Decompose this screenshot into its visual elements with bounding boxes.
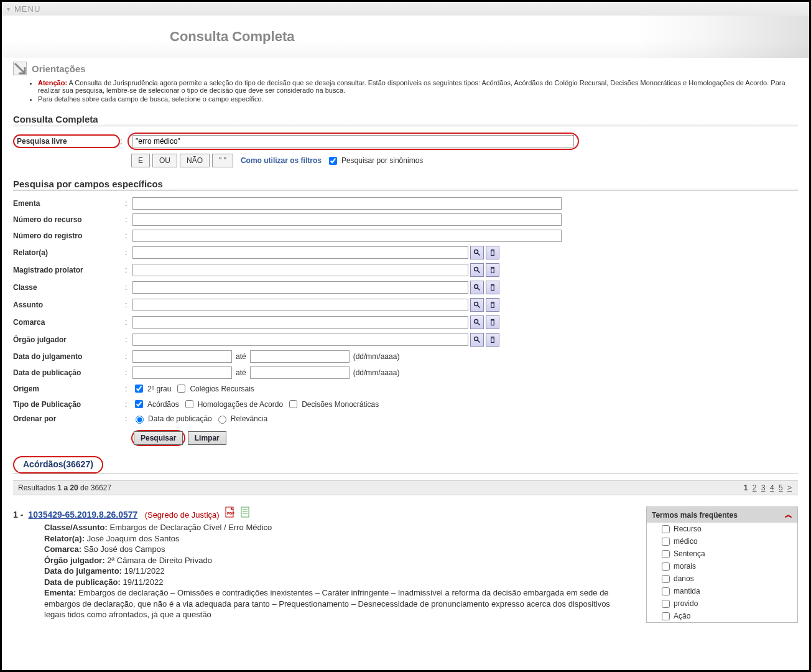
pesquisar-button[interactable]: Pesquisar (134, 431, 183, 445)
assunto-search-icon[interactable] (470, 298, 484, 312)
page-3[interactable]: 3 (761, 483, 766, 492)
magistrado-input[interactable] (132, 264, 468, 276)
dp-ate: até (236, 368, 246, 377)
top-menubar: ▾ MENU (2, 2, 809, 16)
page-next[interactable]: > (787, 483, 792, 492)
assunto-clear-icon[interactable] (486, 298, 499, 312)
classe-clear-icon[interactable] (486, 281, 499, 294)
tipo-homolog-checkbox[interactable] (185, 400, 193, 408)
term-item: médico (647, 535, 797, 548)
dj-to-input[interactable] (250, 350, 350, 363)
pesquisa-livre-input[interactable] (132, 135, 574, 147)
header: Consulta Completa (2, 16, 809, 58)
svg-rect-26 (241, 507, 249, 517)
magistrado-search-icon[interactable] (470, 263, 484, 277)
result-item: 1 - 1035429-65.2019.8.26.0577 (Segredo d… (13, 506, 630, 623)
collapse-icon[interactable]: ︽ (785, 510, 792, 520)
classe-label: Classe (13, 283, 125, 292)
op-aspas-button[interactable]: " " (212, 154, 233, 167)
sidebox-title: Termos mais freqüentes (652, 511, 738, 520)
orgao-clear-icon[interactable] (486, 333, 499, 347)
classe-input[interactable] (132, 281, 468, 294)
term-item: provido (647, 597, 797, 610)
relator-input[interactable] (132, 246, 468, 259)
svg-point-12 (475, 302, 478, 306)
orgao-julgador-input[interactable] (132, 334, 468, 346)
relator-clear-icon[interactable] (486, 246, 499, 259)
term-item: danos (647, 572, 797, 585)
tipo-monocrat-checkbox[interactable] (289, 400, 297, 408)
page-title: Consulta Completa (170, 29, 294, 45)
tipo-acordaos-checkbox[interactable] (135, 400, 143, 408)
svg-text:PDF: PDF (227, 511, 234, 515)
menu-arrow-icon: ▾ (7, 6, 11, 12)
dp-to-input[interactable] (250, 366, 350, 379)
numero-recurso-input[interactable] (132, 213, 562, 226)
comarca-input[interactable] (132, 316, 468, 329)
op-nao-button[interactable]: NÃO (180, 154, 210, 167)
page-4[interactable]: 4 (770, 483, 774, 492)
origem-2grau-checkbox[interactable] (135, 385, 143, 393)
term-checkbox[interactable] (662, 612, 670, 620)
pagination: 1 2 3 4 5 > (743, 483, 793, 492)
term-item: Recurso (647, 523, 797, 535)
orientacoes-heading: Orientações (32, 63, 86, 74)
relator-label: Relator(a) (13, 248, 125, 257)
op-e-button[interactable]: E (131, 154, 150, 167)
ordenar-relev-label: Relevância (231, 414, 267, 423)
ordenar-data-radio[interactable] (136, 416, 144, 424)
page-5[interactable]: 5 (779, 483, 783, 492)
page-1[interactable]: 1 (744, 483, 748, 492)
term-checkbox[interactable] (662, 525, 670, 533)
assunto-label: Assunto (13, 301, 125, 309)
tab-acordaos[interactable]: Acórdãos(36627) (18, 457, 98, 472)
comarca-search-icon[interactable] (470, 315, 484, 329)
page-2[interactable]: 2 (753, 483, 757, 492)
comarca-label: Comarca (13, 318, 125, 327)
term-checkbox[interactable] (662, 575, 670, 583)
ordenar-label: Ordenar por (13, 414, 125, 423)
term-checkbox[interactable] (662, 587, 670, 595)
case-number-link[interactable]: 1035429-65.2019.8.26.0577 (28, 510, 137, 520)
ordenar-relev-radio[interactable] (218, 416, 226, 424)
orgao-julgador-label: Órgão julgador (13, 335, 125, 344)
menu-label[interactable]: MENU (14, 4, 40, 14)
limpar-button[interactable]: Limpar (188, 431, 226, 445)
origem-colegios-checkbox[interactable] (177, 385, 185, 393)
numero-registro-input[interactable] (132, 230, 562, 242)
term-item: Ação (647, 610, 797, 622)
term-checkbox[interactable] (662, 550, 670, 558)
doc-icon[interactable] (241, 506, 251, 518)
term-checkbox[interactable] (662, 538, 670, 546)
filter-help-link[interactable]: Como utilizar os filtros (241, 156, 322, 165)
tipo-monocrat-label: Decisões Monocráticas (302, 400, 379, 409)
ordenar-data-label: Data de publicação (148, 414, 212, 423)
svg-line-5 (478, 271, 480, 273)
pdf-icon[interactable]: PDF (225, 506, 235, 518)
detail-text: Para detalhes sobre cada campo de busca,… (38, 95, 798, 103)
ementa-input[interactable] (132, 197, 562, 210)
numero-registro-label: Número do registro (13, 231, 125, 240)
origem-colegios-label: Colégios Recursais (190, 385, 254, 393)
term-item: morais (647, 560, 797, 572)
op-ou-button[interactable]: OU (152, 154, 177, 167)
synonym-checkbox[interactable] (329, 157, 337, 165)
expand-icon[interactable] (13, 62, 27, 75)
term-item: mantida (647, 585, 797, 597)
relator-search-icon[interactable] (470, 246, 484, 259)
term-checkbox[interactable] (662, 600, 670, 608)
tipo-publicacao-label: Tipo de Publicação (13, 400, 125, 409)
pesquisa-livre-label: Pesquisa livre (17, 137, 116, 146)
assunto-input[interactable] (132, 299, 468, 311)
classe-search-icon[interactable] (470, 281, 484, 294)
orgao-search-icon[interactable] (470, 333, 484, 347)
header-decoration (635, 16, 809, 58)
term-checkbox[interactable] (662, 562, 670, 571)
dp-from-input[interactable] (132, 366, 232, 379)
frequent-terms-box: Termos mais freqüentes ︽ Recurso médico … (646, 506, 798, 623)
dp-hint: (dd/mm/aaaa) (353, 368, 400, 377)
orientacoes-list: Atenção: A Consulta de Jurisprudência ag… (38, 79, 798, 103)
magistrado-clear-icon[interactable] (486, 263, 499, 277)
dj-from-input[interactable] (132, 350, 232, 363)
comarca-clear-icon[interactable] (486, 315, 499, 329)
